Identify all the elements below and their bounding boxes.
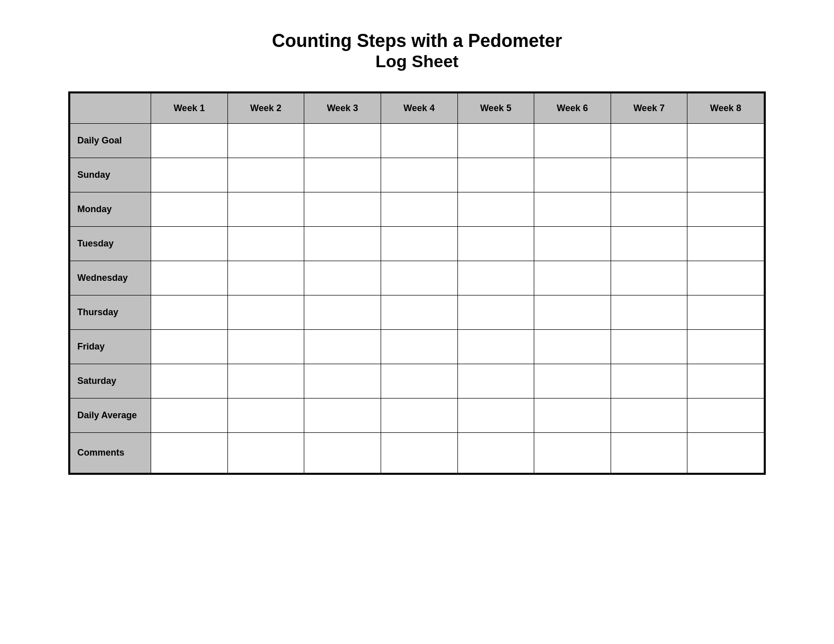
cell-tuesday-week1[interactable] bbox=[151, 227, 228, 261]
cell-daily-goal-week7[interactable] bbox=[611, 124, 687, 158]
cell-thursday-week6[interactable] bbox=[534, 295, 611, 330]
cell-daily-goal-week6[interactable] bbox=[534, 124, 611, 158]
cell-thursday-week5[interactable] bbox=[457, 295, 534, 330]
cell-friday-week3[interactable] bbox=[304, 330, 381, 364]
cell-comments-week5[interactable] bbox=[457, 433, 534, 473]
cell-sunday-week2[interactable] bbox=[227, 158, 304, 192]
cell-wednesday-week6[interactable] bbox=[534, 261, 611, 295]
cell-comments-week6[interactable] bbox=[534, 433, 611, 473]
cell-thursday-week3[interactable] bbox=[304, 295, 381, 330]
cell-daily-average-week7[interactable] bbox=[611, 399, 687, 433]
cell-daily-average-week2[interactable] bbox=[227, 399, 304, 433]
table-row: Wednesday bbox=[70, 261, 764, 295]
cell-wednesday-week2[interactable] bbox=[227, 261, 304, 295]
cell-sunday-week6[interactable] bbox=[534, 158, 611, 192]
cell-daily-average-week3[interactable] bbox=[304, 399, 381, 433]
title-line1: Counting Steps with a Pedometer bbox=[272, 30, 562, 52]
cell-sunday-week8[interactable] bbox=[687, 158, 764, 192]
cell-thursday-week8[interactable] bbox=[687, 295, 764, 330]
cell-wednesday-week3[interactable] bbox=[304, 261, 381, 295]
table-row: Tuesday bbox=[70, 227, 764, 261]
cell-monday-week8[interactable] bbox=[687, 192, 764, 227]
cell-daily-goal-week4[interactable] bbox=[381, 124, 457, 158]
cell-monday-week6[interactable] bbox=[534, 192, 611, 227]
cell-daily-goal-week3[interactable] bbox=[304, 124, 381, 158]
cell-comments-week1[interactable] bbox=[151, 433, 228, 473]
cell-friday-week7[interactable] bbox=[611, 330, 687, 364]
cell-thursday-week4[interactable] bbox=[381, 295, 457, 330]
cell-saturday-week2[interactable] bbox=[227, 364, 304, 399]
cell-daily-goal-week5[interactable] bbox=[457, 124, 534, 158]
cell-daily-goal-week1[interactable] bbox=[151, 124, 228, 158]
cell-comments-week8[interactable] bbox=[687, 433, 764, 473]
title-line2: Log Sheet bbox=[272, 52, 562, 71]
cell-daily-average-week8[interactable] bbox=[687, 399, 764, 433]
cell-sunday-week7[interactable] bbox=[611, 158, 687, 192]
row-label-comments: Comments bbox=[70, 433, 151, 473]
cell-wednesday-week8[interactable] bbox=[687, 261, 764, 295]
cell-comments-week7[interactable] bbox=[611, 433, 687, 473]
cell-sunday-week3[interactable] bbox=[304, 158, 381, 192]
cell-comments-week3[interactable] bbox=[304, 433, 381, 473]
cell-tuesday-week4[interactable] bbox=[381, 227, 457, 261]
cell-daily-average-week6[interactable] bbox=[534, 399, 611, 433]
cell-saturday-week3[interactable] bbox=[304, 364, 381, 399]
cell-monday-week2[interactable] bbox=[227, 192, 304, 227]
row-label-sunday: Sunday bbox=[70, 158, 151, 192]
cell-saturday-week7[interactable] bbox=[611, 364, 687, 399]
cell-monday-week1[interactable] bbox=[151, 192, 228, 227]
cell-daily-average-week5[interactable] bbox=[457, 399, 534, 433]
table-header-row: Week 1 Week 2 Week 3 Week 4 Week 5 Week … bbox=[70, 93, 764, 124]
cell-tuesday-week8[interactable] bbox=[687, 227, 764, 261]
header-empty-cell bbox=[70, 93, 151, 124]
cell-monday-week7[interactable] bbox=[611, 192, 687, 227]
cell-friday-week4[interactable] bbox=[381, 330, 457, 364]
header-week5: Week 5 bbox=[457, 93, 534, 124]
cell-daily-average-week4[interactable] bbox=[381, 399, 457, 433]
cell-daily-goal-week8[interactable] bbox=[687, 124, 764, 158]
cell-friday-week5[interactable] bbox=[457, 330, 534, 364]
cell-saturday-week1[interactable] bbox=[151, 364, 228, 399]
cell-friday-week6[interactable] bbox=[534, 330, 611, 364]
cell-comments-week2[interactable] bbox=[227, 433, 304, 473]
cell-saturday-week8[interactable] bbox=[687, 364, 764, 399]
cell-thursday-week7[interactable] bbox=[611, 295, 687, 330]
log-table: Week 1 Week 2 Week 3 Week 4 Week 5 Week … bbox=[70, 93, 764, 473]
cell-tuesday-week3[interactable] bbox=[304, 227, 381, 261]
cell-thursday-week1[interactable] bbox=[151, 295, 228, 330]
cell-wednesday-week1[interactable] bbox=[151, 261, 228, 295]
cell-wednesday-week5[interactable] bbox=[457, 261, 534, 295]
cell-saturday-week4[interactable] bbox=[381, 364, 457, 399]
header-week2: Week 2 bbox=[227, 93, 304, 124]
cell-wednesday-week7[interactable] bbox=[611, 261, 687, 295]
table-row: Sunday bbox=[70, 158, 764, 192]
cell-thursday-week2[interactable] bbox=[227, 295, 304, 330]
header-week1: Week 1 bbox=[151, 93, 228, 124]
cell-wednesday-week4[interactable] bbox=[381, 261, 457, 295]
cell-monday-week4[interactable] bbox=[381, 192, 457, 227]
cell-comments-week4[interactable] bbox=[381, 433, 457, 473]
cell-sunday-week1[interactable] bbox=[151, 158, 228, 192]
cell-tuesday-week6[interactable] bbox=[534, 227, 611, 261]
cell-tuesday-week7[interactable] bbox=[611, 227, 687, 261]
cell-friday-week8[interactable] bbox=[687, 330, 764, 364]
header-week3: Week 3 bbox=[304, 93, 381, 124]
cell-monday-week3[interactable] bbox=[304, 192, 381, 227]
cell-friday-week1[interactable] bbox=[151, 330, 228, 364]
row-label-tuesday: Tuesday bbox=[70, 227, 151, 261]
cell-daily-average-week1[interactable] bbox=[151, 399, 228, 433]
cell-friday-week2[interactable] bbox=[227, 330, 304, 364]
table-row: Monday bbox=[70, 192, 764, 227]
cell-sunday-week4[interactable] bbox=[381, 158, 457, 192]
cell-saturday-week6[interactable] bbox=[534, 364, 611, 399]
header-week4: Week 4 bbox=[381, 93, 457, 124]
cell-monday-week5[interactable] bbox=[457, 192, 534, 227]
row-label-wednesday: Wednesday bbox=[70, 261, 151, 295]
cell-tuesday-week5[interactable] bbox=[457, 227, 534, 261]
table-row: Daily Average bbox=[70, 399, 764, 433]
table-row: Thursday bbox=[70, 295, 764, 330]
cell-tuesday-week2[interactable] bbox=[227, 227, 304, 261]
cell-saturday-week5[interactable] bbox=[457, 364, 534, 399]
cell-sunday-week5[interactable] bbox=[457, 158, 534, 192]
cell-daily-goal-week2[interactable] bbox=[227, 124, 304, 158]
